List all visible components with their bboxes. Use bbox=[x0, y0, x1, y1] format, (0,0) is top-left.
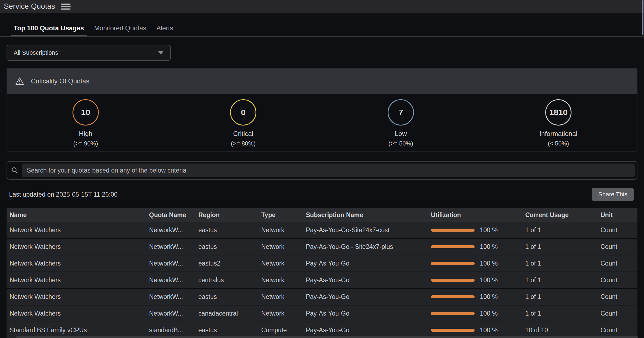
criticality-card-body: 10 High (>= 90%) 0 Critical (>= 80%) 7 L… bbox=[7, 94, 637, 151]
table-row[interactable]: Network Watchers NetworkW... eastus Netw… bbox=[7, 239, 637, 255]
utilization-value: 100 % bbox=[480, 260, 498, 267]
cell-type: Compute bbox=[261, 327, 306, 334]
quota-usage-table: Name Quota Name Region Type Subscription… bbox=[7, 208, 637, 338]
hamburger-menu-icon[interactable] bbox=[61, 4, 71, 10]
cell-subscription: Pay-As-You-Go-Site24x7-cost bbox=[306, 226, 431, 234]
cell-name: Network Watchers bbox=[10, 226, 149, 234]
cell-current-usage: 1 of 1 bbox=[525, 293, 601, 301]
critical-label: Critical bbox=[233, 130, 253, 138]
share-this-button[interactable]: Share This bbox=[592, 188, 634, 201]
utilization-bar bbox=[431, 329, 475, 332]
cell-subscription: Pay-As-You-Go bbox=[306, 276, 431, 284]
utilization-bar bbox=[431, 295, 475, 298]
critical-count: 0 bbox=[241, 108, 246, 117]
critical-threshold: (>= 80%) bbox=[231, 140, 256, 147]
utilization-bar-fill bbox=[431, 295, 475, 298]
cell-current-usage: 1 of 1 bbox=[525, 260, 601, 267]
cell-quota-name: NetworkW... bbox=[149, 276, 198, 284]
tab-alerts[interactable]: Alerts bbox=[154, 24, 176, 36]
cell-type: Network bbox=[261, 276, 306, 284]
cell-type: Network bbox=[261, 293, 306, 301]
utilization-bar bbox=[431, 279, 475, 282]
column-header-subscription-name[interactable]: Subscription Name bbox=[306, 211, 431, 219]
vertical-scrollbar-thumb[interactable] bbox=[642, 0, 643, 35]
cell-unit: Count bbox=[601, 310, 637, 317]
page-title: Service Quotas bbox=[4, 2, 55, 11]
cell-subscription: Pay-As-You-Go bbox=[306, 260, 431, 267]
hamburger-bar bbox=[61, 4, 71, 5]
table-row[interactable]: Network Watchers NetworkW... canadacentr… bbox=[7, 305, 637, 322]
high-threshold: (>= 90%) bbox=[73, 140, 98, 147]
criticality-card: Criticality Of Quotas 10 High (>= 90%) 0… bbox=[7, 68, 637, 152]
utilization-value: 100 % bbox=[480, 243, 498, 250]
cell-region: eastus2 bbox=[198, 260, 261, 267]
subscription-dropdown[interactable]: All Subscriptions bbox=[7, 45, 171, 61]
cell-utilization: 100 % bbox=[431, 226, 525, 234]
cell-type: Network bbox=[261, 243, 306, 250]
column-header-region[interactable]: Region bbox=[198, 211, 261, 219]
cell-current-usage: 1 of 1 bbox=[525, 243, 601, 250]
status-row: Last updated on 2025-05-15T 11:26:00 Sha… bbox=[7, 188, 637, 201]
utilization-value: 100 % bbox=[480, 310, 498, 317]
informational-count: 1810 bbox=[549, 108, 568, 117]
search-input[interactable] bbox=[22, 164, 635, 177]
table-row[interactable]: Network Watchers NetworkW... centralus N… bbox=[7, 272, 637, 289]
chevron-down-icon bbox=[158, 51, 164, 54]
utilization-value: 100 % bbox=[480, 293, 498, 301]
cell-region: eastus bbox=[198, 293, 261, 301]
cell-current-usage: 1 of 1 bbox=[525, 226, 601, 234]
cell-unit: Count bbox=[601, 260, 637, 267]
table-row[interactable]: Network Watchers NetworkW... eastus2 Net… bbox=[7, 255, 637, 272]
top-bar: Service Quotas bbox=[0, 0, 644, 13]
column-header-unit[interactable]: Unit bbox=[601, 211, 637, 219]
cell-subscription: Pay-As-You-Go - Site24x7-plus bbox=[306, 243, 431, 250]
cell-quota-name: NetworkW... bbox=[149, 260, 198, 267]
cell-current-usage: 1 of 1 bbox=[525, 276, 601, 284]
tab-bar: Top 100 Quota Usages Monitored Quotas Al… bbox=[0, 13, 644, 37]
cell-region: eastus bbox=[198, 243, 261, 250]
cell-type: Network bbox=[261, 226, 306, 234]
horizontal-scrollbar-thumb[interactable] bbox=[16, 336, 638, 338]
cell-name: Network Watchers bbox=[10, 293, 149, 301]
column-header-type[interactable]: Type bbox=[261, 211, 306, 219]
cell-current-usage: 10 of 10 bbox=[525, 327, 601, 334]
column-header-name[interactable]: Name bbox=[10, 211, 149, 219]
cell-type: Network bbox=[261, 310, 306, 317]
utilization-bar-fill bbox=[431, 229, 475, 232]
utilization-bar bbox=[431, 229, 475, 232]
cell-utilization: 100 % bbox=[431, 293, 525, 301]
tab-top-100-quota-usages[interactable]: Top 100 Quota Usages bbox=[11, 24, 87, 36]
low-count-circle: 7 bbox=[388, 99, 414, 126]
cell-subscription: Pay-As-You-Go bbox=[306, 327, 431, 334]
cell-unit: Count bbox=[601, 276, 637, 284]
cell-quota-name: NetworkW... bbox=[149, 293, 198, 301]
cell-name: Network Watchers bbox=[10, 310, 149, 317]
utilization-value: 100 % bbox=[480, 276, 498, 284]
table-row[interactable]: Network Watchers NetworkW... eastus Netw… bbox=[7, 222, 637, 239]
criticality-item-informational: 1810 Informational (< 50%) bbox=[480, 99, 637, 147]
column-header-utilization[interactable]: Utilization bbox=[431, 211, 525, 219]
last-updated-text: Last updated on 2025-05-15T 11:26:00 bbox=[9, 191, 118, 198]
utilization-bar-fill bbox=[431, 245, 475, 248]
utilization-bar bbox=[431, 312, 475, 315]
utilization-bar bbox=[431, 262, 475, 265]
criticality-card-header: Criticality Of Quotas bbox=[7, 69, 637, 94]
cell-utilization: 100 % bbox=[431, 327, 525, 334]
table-row[interactable]: Network Watchers NetworkW... eastus Netw… bbox=[7, 289, 637, 305]
cell-region: eastus bbox=[198, 226, 261, 234]
table-header-row: Name Quota Name Region Type Subscription… bbox=[7, 208, 637, 222]
hamburger-bar bbox=[61, 6, 71, 7]
utilization-bar-fill bbox=[431, 279, 475, 282]
utilization-bar-fill bbox=[431, 312, 475, 315]
cell-quota-name: NetworkW... bbox=[149, 226, 198, 234]
cell-region: eastus bbox=[198, 327, 261, 334]
cell-name: Network Watchers bbox=[10, 276, 149, 284]
column-header-current-usage[interactable]: Current Usage bbox=[525, 211, 601, 219]
high-count-circle: 10 bbox=[72, 99, 99, 126]
utilization-bar-fill bbox=[431, 262, 475, 265]
tab-monitored-quotas[interactable]: Monitored Quotas bbox=[91, 24, 149, 36]
utilization-bar bbox=[431, 245, 475, 248]
column-header-quota-name[interactable]: Quota Name bbox=[149, 211, 198, 219]
criticality-item-high: 10 High (>= 90%) bbox=[7, 99, 164, 147]
warning-icon bbox=[15, 77, 24, 86]
